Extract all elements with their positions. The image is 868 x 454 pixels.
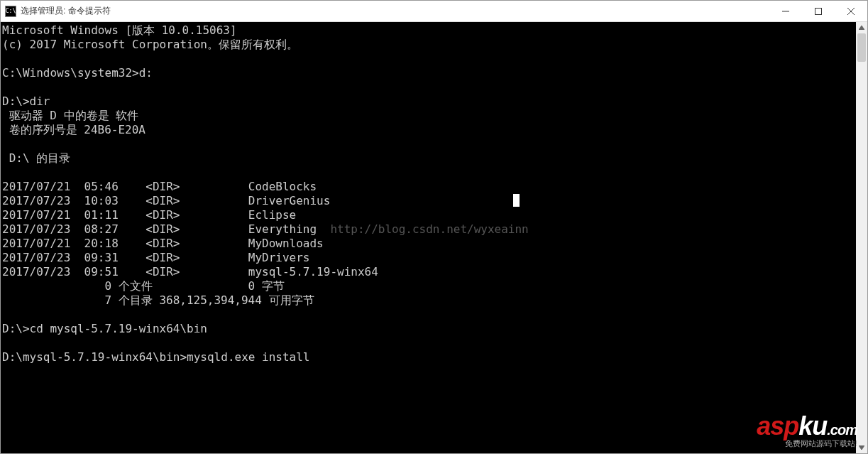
close-button[interactable]: [835, 1, 867, 21]
maximize-button[interactable]: [802, 1, 835, 21]
terminal-line: 2017/07/21 05:46 <DIR> CodeBlocks: [2, 180, 856, 194]
terminal-line: [2, 166, 856, 180]
window-title: 选择管理员: 命令提示符: [21, 5, 111, 17]
titlebar[interactable]: C:\ 选择管理员: 命令提示符: [1, 1, 867, 22]
terminal-line: D:\mysql-5.7.19-winx64\bin>mysqld.exe in…: [2, 350, 856, 364]
terminal-output[interactable]: Microsoft Windows [版本 10.0.15063](c) 201…: [1, 22, 856, 453]
terminal-line: 2017/07/23 10:03 <DIR> DriverGenius: [2, 194, 856, 208]
terminal-line: (c) 2017 Microsoft Corporation。保留所有权利。: [2, 38, 856, 52]
terminal-line: [2, 336, 856, 350]
app-icon: C:\: [5, 6, 16, 17]
terminal-line: [2, 80, 856, 94]
svg-marker-4: [859, 26, 864, 30]
terminal-line: 驱动器 D 中的卷是 软件: [2, 109, 856, 123]
terminal-line: 0 个文件 0 字节: [2, 279, 856, 293]
terminal-line: 2017/07/23 09:31 <DIR> MyDrivers: [2, 251, 856, 265]
terminal-line: 2017/07/23 09:51 <DIR> mysql-5.7.19-winx…: [2, 265, 856, 279]
terminal-line: 2017/07/21 20:18 <DIR> MyDownloads: [2, 237, 856, 251]
terminal-line: [2, 308, 856, 322]
scroll-down-arrow[interactable]: [856, 442, 867, 453]
command-prompt-window: C:\ 选择管理员: 命令提示符 Microsoft Windows [版本 1…: [0, 0, 868, 454]
terminal-line: [2, 52, 856, 66]
terminal-line: D:\>cd mysql-5.7.19-winx64\bin: [2, 322, 856, 336]
terminal-line: D:\ 的目录: [2, 151, 856, 166]
svg-marker-5: [859, 445, 864, 450]
svg-rect-1: [815, 8, 822, 14]
minimize-button[interactable]: [769, 1, 802, 21]
scroll-thumb[interactable]: [857, 33, 866, 62]
window-controls: [769, 1, 867, 21]
scroll-up-arrow[interactable]: [856, 22, 867, 33]
terminal-line: D:\>dir: [2, 94, 856, 109]
terminal-line: 2017/07/23 08:27 <DIR> Everything http:/…: [2, 222, 856, 237]
terminal-line: 2017/07/21 01:11 <DIR> Eclipse: [2, 208, 856, 222]
terminal-line: 卷的序列号是 24B6-E20A: [2, 123, 856, 137]
terminal-line: [2, 137, 856, 151]
terminal-area: Microsoft Windows [版本 10.0.15063](c) 201…: [1, 22, 867, 453]
terminal-line: C:\Windows\system32>d:: [2, 66, 856, 80]
watermark-blog-url: http://blog.csdn.net/wyxeainn: [317, 222, 529, 236]
terminal-line: 7 个目录 368,125,394,944 可用字节: [2, 293, 856, 308]
vertical-scrollbar[interactable]: [856, 22, 867, 453]
text-cursor: [513, 194, 520, 207]
terminal-line: Microsoft Windows [版本 10.0.15063]: [2, 23, 856, 38]
